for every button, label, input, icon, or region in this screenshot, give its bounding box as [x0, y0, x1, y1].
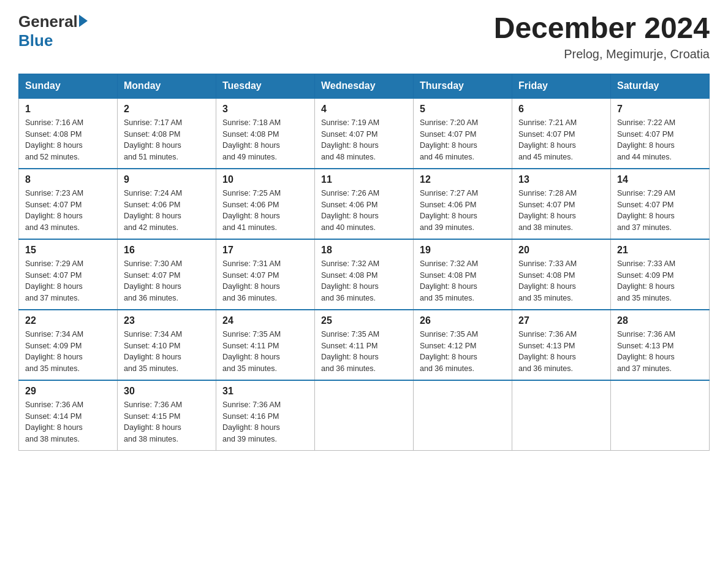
day-number: 2 — [124, 104, 210, 115]
calendar-cell: 21 Sunrise: 7:33 AM Sunset: 4:09 PM Dayl… — [611, 239, 710, 310]
column-header-tuesday: Tuesday — [216, 74, 315, 98]
column-header-wednesday: Wednesday — [315, 74, 414, 98]
week-row-4: 22 Sunrise: 7:34 AM Sunset: 4:09 PM Dayl… — [19, 310, 710, 380]
day-number: 6 — [518, 104, 604, 115]
day-number: 5 — [420, 104, 506, 115]
column-header-monday: Monday — [118, 74, 216, 98]
day-info: Sunrise: 7:30 AM Sunset: 4:07 PM Dayligh… — [124, 258, 210, 304]
week-row-3: 15 Sunrise: 7:29 AM Sunset: 4:07 PM Dayl… — [19, 239, 710, 310]
day-info: Sunrise: 7:32 AM Sunset: 4:08 PM Dayligh… — [420, 258, 506, 304]
calendar-cell: 30 Sunrise: 7:36 AM Sunset: 4:15 PM Dayl… — [118, 380, 216, 451]
day-info: Sunrise: 7:35 AM Sunset: 4:12 PM Dayligh… — [420, 329, 506, 375]
day-number: 26 — [420, 315, 506, 326]
day-info: Sunrise: 7:29 AM Sunset: 4:07 PM Dayligh… — [617, 188, 703, 234]
day-number: 7 — [617, 104, 703, 115]
day-number: 1 — [25, 104, 111, 115]
calendar-cell: 18 Sunrise: 7:32 AM Sunset: 4:08 PM Dayl… — [315, 239, 414, 310]
calendar-cell: 22 Sunrise: 7:34 AM Sunset: 4:09 PM Dayl… — [19, 310, 118, 380]
calendar-cell: 13 Sunrise: 7:28 AM Sunset: 4:07 PM Dayl… — [512, 169, 611, 239]
calendar-cell: 8 Sunrise: 7:23 AM Sunset: 4:07 PM Dayli… — [19, 169, 118, 239]
day-number: 29 — [25, 386, 111, 397]
day-number: 27 — [518, 315, 604, 326]
day-number: 17 — [222, 245, 308, 256]
page-header: General Blue December 2024 Prelog, Megim… — [18, 12, 710, 61]
day-info: Sunrise: 7:25 AM Sunset: 4:06 PM Dayligh… — [222, 188, 308, 234]
calendar-cell: 9 Sunrise: 7:24 AM Sunset: 4:06 PM Dayli… — [118, 169, 216, 239]
day-info: Sunrise: 7:22 AM Sunset: 4:07 PM Dayligh… — [617, 117, 703, 163]
day-info: Sunrise: 7:35 AM Sunset: 4:11 PM Dayligh… — [222, 329, 308, 375]
calendar-cell: 4 Sunrise: 7:19 AM Sunset: 4:07 PM Dayli… — [315, 98, 414, 169]
column-header-saturday: Saturday — [611, 74, 710, 98]
day-number: 30 — [124, 386, 210, 397]
calendar-cell: 3 Sunrise: 7:18 AM Sunset: 4:08 PM Dayli… — [216, 98, 315, 169]
day-info: Sunrise: 7:34 AM Sunset: 4:10 PM Dayligh… — [124, 329, 210, 375]
day-number: 22 — [25, 315, 111, 326]
calendar-cell: 17 Sunrise: 7:31 AM Sunset: 4:07 PM Dayl… — [216, 239, 315, 310]
day-info: Sunrise: 7:34 AM Sunset: 4:09 PM Dayligh… — [25, 329, 111, 375]
week-row-5: 29 Sunrise: 7:36 AM Sunset: 4:14 PM Dayl… — [19, 380, 710, 451]
calendar-cell: 5 Sunrise: 7:20 AM Sunset: 4:07 PM Dayli… — [414, 98, 512, 169]
day-info: Sunrise: 7:35 AM Sunset: 4:11 PM Dayligh… — [321, 329, 407, 375]
calendar-header-row: SundayMondayTuesdayWednesdayThursdayFrid… — [19, 74, 710, 98]
calendar-cell: 14 Sunrise: 7:29 AM Sunset: 4:07 PM Dayl… — [611, 169, 710, 239]
day-info: Sunrise: 7:29 AM Sunset: 4:07 PM Dayligh… — [25, 258, 111, 304]
day-number: 9 — [124, 174, 210, 185]
day-info: Sunrise: 7:26 AM Sunset: 4:06 PM Dayligh… — [321, 188, 407, 234]
day-info: Sunrise: 7:18 AM Sunset: 4:08 PM Dayligh… — [222, 117, 308, 163]
day-number: 23 — [124, 315, 210, 326]
day-number: 16 — [124, 245, 210, 256]
week-row-2: 8 Sunrise: 7:23 AM Sunset: 4:07 PM Dayli… — [19, 169, 710, 239]
title-block: December 2024 Prelog, Megimurje, Croatia — [494, 12, 710, 61]
day-info: Sunrise: 7:21 AM Sunset: 4:07 PM Dayligh… — [518, 117, 604, 163]
calendar-cell: 26 Sunrise: 7:35 AM Sunset: 4:12 PM Dayl… — [414, 310, 512, 380]
location-subtitle: Prelog, Megimurje, Croatia — [494, 47, 710, 61]
calendar-cell — [414, 380, 512, 451]
calendar-cell: 15 Sunrise: 7:29 AM Sunset: 4:07 PM Dayl… — [19, 239, 118, 310]
day-info: Sunrise: 7:23 AM Sunset: 4:07 PM Dayligh… — [25, 188, 111, 234]
day-number: 8 — [25, 174, 111, 185]
day-number: 24 — [222, 315, 308, 326]
day-info: Sunrise: 7:24 AM Sunset: 4:06 PM Dayligh… — [124, 188, 210, 234]
day-number: 20 — [518, 245, 604, 256]
calendar-cell: 12 Sunrise: 7:27 AM Sunset: 4:06 PM Dayl… — [414, 169, 512, 239]
day-info: Sunrise: 7:16 AM Sunset: 4:08 PM Dayligh… — [25, 117, 111, 163]
calendar-cell — [611, 380, 710, 451]
day-info: Sunrise: 7:36 AM Sunset: 4:13 PM Dayligh… — [617, 329, 703, 375]
day-info: Sunrise: 7:32 AM Sunset: 4:08 PM Dayligh… — [321, 258, 407, 304]
day-number: 13 — [518, 174, 604, 185]
day-info: Sunrise: 7:31 AM Sunset: 4:07 PM Dayligh… — [222, 258, 308, 304]
calendar-cell: 31 Sunrise: 7:36 AM Sunset: 4:16 PM Dayl… — [216, 380, 315, 451]
calendar-cell: 25 Sunrise: 7:35 AM Sunset: 4:11 PM Dayl… — [315, 310, 414, 380]
day-number: 4 — [321, 104, 407, 115]
calendar-cell: 27 Sunrise: 7:36 AM Sunset: 4:13 PM Dayl… — [512, 310, 611, 380]
day-number: 25 — [321, 315, 407, 326]
week-row-1: 1 Sunrise: 7:16 AM Sunset: 4:08 PM Dayli… — [19, 98, 710, 169]
calendar-cell: 1 Sunrise: 7:16 AM Sunset: 4:08 PM Dayli… — [19, 98, 118, 169]
day-number: 10 — [222, 174, 308, 185]
column-header-sunday: Sunday — [19, 74, 118, 98]
column-header-thursday: Thursday — [414, 74, 512, 98]
day-info: Sunrise: 7:20 AM Sunset: 4:07 PM Dayligh… — [420, 117, 506, 163]
day-number: 12 — [420, 174, 506, 185]
calendar-cell: 6 Sunrise: 7:21 AM Sunset: 4:07 PM Dayli… — [512, 98, 611, 169]
calendar-cell: 23 Sunrise: 7:34 AM Sunset: 4:10 PM Dayl… — [118, 310, 216, 380]
calendar-cell: 29 Sunrise: 7:36 AM Sunset: 4:14 PM Dayl… — [19, 380, 118, 451]
day-number: 19 — [420, 245, 506, 256]
day-info: Sunrise: 7:33 AM Sunset: 4:09 PM Dayligh… — [617, 258, 703, 304]
calendar-cell: 28 Sunrise: 7:36 AM Sunset: 4:13 PM Dayl… — [611, 310, 710, 380]
day-number: 28 — [617, 315, 703, 326]
calendar-cell: 16 Sunrise: 7:30 AM Sunset: 4:07 PM Dayl… — [118, 239, 216, 310]
calendar-cell: 7 Sunrise: 7:22 AM Sunset: 4:07 PM Dayli… — [611, 98, 710, 169]
day-info: Sunrise: 7:33 AM Sunset: 4:08 PM Dayligh… — [518, 258, 604, 304]
calendar-cell: 2 Sunrise: 7:17 AM Sunset: 4:08 PM Dayli… — [118, 98, 216, 169]
logo-blue-text: Blue — [18, 31, 53, 50]
day-number: 3 — [222, 104, 308, 115]
day-number: 21 — [617, 245, 703, 256]
logo-general-text: General — [18, 12, 78, 31]
logo: General Blue — [18, 12, 88, 50]
day-number: 15 — [25, 245, 111, 256]
day-info: Sunrise: 7:19 AM Sunset: 4:07 PM Dayligh… — [321, 117, 407, 163]
day-number: 14 — [617, 174, 703, 185]
calendar-cell: 24 Sunrise: 7:35 AM Sunset: 4:11 PM Dayl… — [216, 310, 315, 380]
day-info: Sunrise: 7:36 AM Sunset: 4:16 PM Dayligh… — [222, 399, 308, 445]
